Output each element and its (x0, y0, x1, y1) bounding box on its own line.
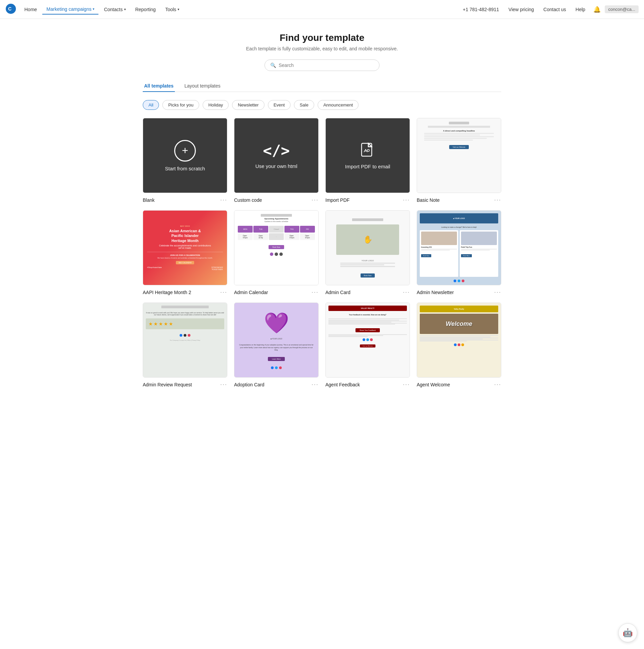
card-footer-adminreview: Admin Review Request ··· (143, 381, 227, 388)
template-card-aapi[interactable]: MAY 20XX Asian American &Pacific Islande… (143, 210, 227, 296)
card-menu-admincard[interactable]: ··· (403, 289, 410, 296)
nav-bell-icon[interactable]: 🔔 (591, 4, 603, 15)
nav-item-reporting[interactable]: Reporting (131, 5, 160, 14)
search-input[interactable] (279, 63, 374, 68)
template-card-agentfb[interactable]: VALLEY REALTY Your feedback is essential… (325, 303, 410, 388)
card-menu-blank[interactable]: ··· (220, 196, 227, 203)
template-card-admincal[interactable]: Upcoming Appointments Updates to this we… (234, 210, 319, 296)
template-tabs: All templates Layout templates (143, 80, 501, 92)
nav-phone: +1 781-482-8911 (459, 5, 503, 14)
filter-holiday[interactable]: Holiday (203, 100, 229, 110)
card-footer-agentfb: Agent Feedback ··· (325, 381, 410, 388)
card-footer-basicnote: Basic Note ··· (417, 196, 501, 203)
template-card-admincard[interactable]: ✋ YOUR LOGO Book Now Admin Card ··· (325, 210, 410, 296)
card-footer-aapi: AAPI Heritage Month 2 ··· (143, 289, 227, 296)
card-thumb-agentfb[interactable]: VALLEY REALTY Your feedback is essential… (325, 303, 410, 378)
nav-item-contacts[interactable]: Contacts ▾ (100, 5, 130, 14)
search-box: 🔍 (264, 59, 380, 71)
template-card-customcode[interactable]: </> Use your own html Custom code ··· (234, 118, 319, 203)
page-content: Find your template Each template is full… (136, 19, 508, 402)
card-menu-admincal[interactable]: ··· (312, 289, 319, 296)
card-name-importpdf: Import PDF (325, 197, 350, 203)
code-icon: </> Use your own html (255, 142, 297, 169)
nav-logo[interactable]: C (5, 3, 19, 15)
filter-all[interactable]: All (143, 100, 159, 110)
template-grid-row3: It was so good to work with you! We hope… (143, 303, 501, 388)
template-card-adminnl[interactable]: ■ YOUR LOGO Looking to make a change? We… (417, 210, 501, 296)
filter-bar: All Picks for you Holiday Newsletter Eve… (143, 100, 501, 110)
navigation: C Home Marketing campaigns ▾ Contacts ▾ … (0, 0, 644, 19)
filter-picks[interactable]: Picks for you (162, 100, 199, 110)
card-thumb-importpdf[interactable]: Import PDF to email (325, 118, 410, 193)
card-name-admincard: Admin Card (325, 290, 350, 295)
nav-item-home[interactable]: Home (20, 5, 41, 14)
card-menu-adminnl[interactable]: ··· (494, 289, 501, 296)
chevron-down-icon: ▾ (124, 7, 126, 11)
card-footer-admincal: Admin Calendar ··· (234, 289, 319, 296)
nav-help[interactable]: Help (572, 5, 590, 14)
chevron-down-icon: ▾ (178, 7, 179, 11)
card-name-adminnl: Admin Newsletter (417, 290, 454, 295)
chevron-down-icon: ▾ (93, 7, 94, 11)
card-footer-blank: Blank ··· (143, 196, 227, 203)
card-menu-customcode[interactable]: ··· (312, 196, 319, 203)
nav-avatar[interactable]: concon@ca... (605, 5, 639, 13)
card-name-adminreview: Admin Review Request (143, 382, 192, 387)
filter-sale[interactable]: Sale (294, 100, 314, 110)
card-footer-adminnl: Admin Newsletter ··· (417, 289, 501, 296)
card-name-basicnote: Basic Note (417, 197, 440, 203)
filter-newsletter[interactable]: Newsletter (232, 100, 264, 110)
card-footer-adoption: Adoption Card ··· (234, 381, 319, 388)
card-name-agentfb: Agent Feedback (325, 382, 360, 387)
card-menu-aapi[interactable]: ··· (220, 289, 227, 296)
template-card-blank[interactable]: + Start from scratch Blank ··· (143, 118, 227, 203)
nav-view-pricing[interactable]: View pricing (504, 5, 538, 14)
card-name-blank: Blank (143, 197, 155, 203)
card-thumb-basicnote[interactable]: A direct and compelling headline Visit o… (417, 118, 501, 193)
filter-event[interactable]: Event (268, 100, 291, 110)
card-menu-adoption[interactable]: ··· (312, 381, 319, 388)
pdf-icon: Import PDF to email (345, 142, 390, 169)
template-card-basicnote[interactable]: A direct and compelling headline Visit o… (417, 118, 501, 203)
card-footer-admincard: Admin Card ··· (325, 289, 410, 296)
card-name-adoption: Adoption Card (234, 382, 264, 387)
template-card-importpdf[interactable]: Import PDF to email Import PDF ··· (325, 118, 410, 203)
card-thumb-blank[interactable]: + Start from scratch (143, 118, 227, 193)
card-menu-agentwel[interactable]: ··· (494, 381, 501, 388)
card-name-admincal: Admin Calendar (234, 290, 268, 295)
template-card-agentwel[interactable]: Valley Realty Welcome (417, 303, 501, 388)
card-name-aapi: AAPI Heritage Month 2 (143, 290, 191, 295)
card-thumb-adoption[interactable]: 💜 ■ YOUR LOGO Congratulations on the beg… (234, 303, 319, 378)
page-title: Find your template (143, 32, 501, 43)
svg-point-3 (367, 149, 369, 151)
nav-item-tools[interactable]: Tools ▾ (161, 5, 183, 14)
template-card-adminreview[interactable]: It was so good to work with you! We hope… (143, 303, 227, 388)
card-footer-customcode: Custom code ··· (234, 196, 319, 203)
filter-announcement[interactable]: Announcement (318, 100, 359, 110)
card-thumb-customcode[interactable]: </> Use your own html (234, 118, 319, 193)
card-thumb-agentwel[interactable]: Valley Realty Welcome (417, 303, 501, 378)
plus-circle-icon: + Start from scratch (165, 140, 205, 171)
nav-contact-us[interactable]: Contact us (539, 5, 570, 14)
card-thumb-adminnl[interactable]: ■ YOUR LOGO Looking to make a change? We… (417, 210, 501, 285)
page-subtitle: Each template is fully customizable, eas… (143, 46, 501, 51)
card-name-agentwel: Agent Welcome (417, 382, 450, 387)
tab-layout-templates[interactable]: Layout templates (183, 80, 222, 92)
card-thumb-adminreview[interactable]: It was so good to work with you! We hope… (143, 303, 227, 378)
card-menu-basicnote[interactable]: ··· (494, 196, 501, 203)
card-thumb-aapi[interactable]: MAY 20XX Asian American &Pacific Islande… (143, 210, 227, 285)
tab-all-templates[interactable]: All templates (143, 80, 175, 92)
card-footer-agentwel: Agent Welcome ··· (417, 381, 501, 388)
search-icon: 🔍 (270, 63, 276, 68)
card-menu-adminreview[interactable]: ··· (220, 381, 227, 388)
nav-item-marketing[interactable]: Marketing campaigns ▾ (42, 4, 98, 15)
template-card-adoption[interactable]: 💜 ■ YOUR LOGO Congratulations on the beg… (234, 303, 319, 388)
card-thumb-admincal[interactable]: Upcoming Appointments Updates to this we… (234, 210, 319, 285)
card-thumb-admincard[interactable]: ✋ YOUR LOGO Book Now (325, 210, 410, 285)
card-menu-importpdf[interactable]: ··· (403, 196, 410, 203)
card-name-customcode: Custom code (234, 197, 262, 203)
template-grid-row1: + Start from scratch Blank ··· </> Use y… (143, 118, 501, 203)
card-menu-agentfb[interactable]: ··· (403, 381, 410, 388)
card-footer-importpdf: Import PDF ··· (325, 196, 410, 203)
search-area: 🔍 (143, 59, 501, 71)
